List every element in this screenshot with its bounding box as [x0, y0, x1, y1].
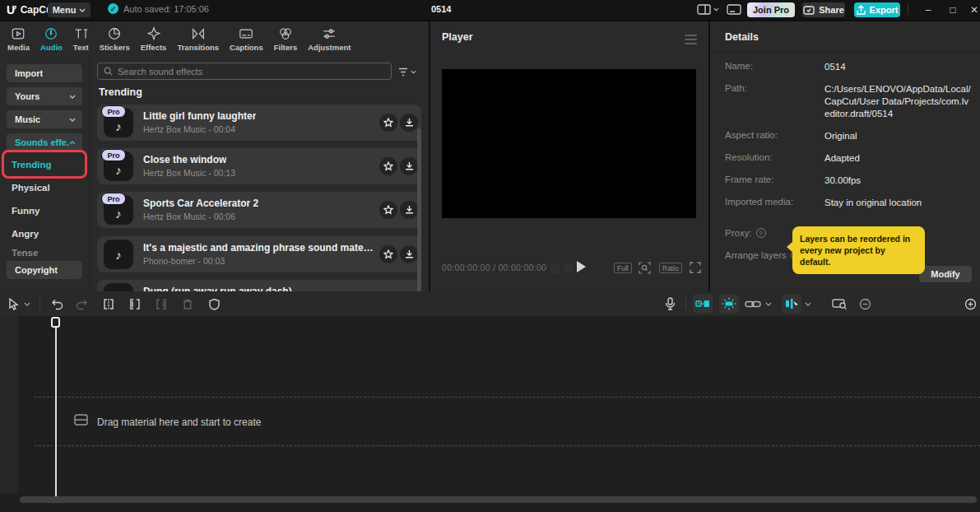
- import-button[interactable]: Import: [7, 64, 82, 82]
- delete-button[interactable]: [179, 291, 197, 316]
- redo-icon: [76, 298, 89, 310]
- maximize-button[interactable]: □: [941, 0, 964, 20]
- zoom-out-button[interactable]: [857, 291, 872, 316]
- select-tool-button[interactable]: [5, 291, 21, 316]
- next-frame-button[interactable]: [564, 263, 574, 273]
- player-menu-icon[interactable]: [685, 35, 697, 47]
- previous-frame-button[interactable]: [550, 263, 560, 273]
- search-input[interactable]: [118, 67, 385, 77]
- effects-icon: [146, 26, 161, 41]
- split-left-icon: [128, 298, 142, 310]
- favorite-button[interactable]: [379, 114, 397, 132]
- sound-thumbnail: ♪ Pro: [104, 195, 133, 225]
- arrange-layers-tooltip: Layers can be reordered in every new pro…: [792, 226, 925, 274]
- filter-button[interactable]: [398, 64, 421, 79]
- tab-stickers[interactable]: Stickers: [97, 26, 132, 52]
- chevron-down-icon: [69, 95, 76, 99]
- tab-effects[interactable]: Effects: [138, 26, 170, 52]
- help-icon[interactable]: ?: [756, 228, 766, 238]
- delete-right-button[interactable]: [152, 291, 170, 316]
- tab-filters[interactable]: Filters: [272, 26, 300, 52]
- yours-dropdown[interactable]: Yours: [7, 87, 82, 105]
- minimize-button[interactable]: –: [917, 0, 940, 20]
- panel-layout-button[interactable]: [727, 4, 741, 15]
- category-trending[interactable]: Trending: [12, 160, 52, 170]
- share-button[interactable]: Share: [802, 2, 845, 17]
- record-voiceover-button[interactable]: [661, 291, 679, 316]
- select-tool-dropdown[interactable]: [22, 291, 32, 316]
- tab-adjustment[interactable]: Adjustment: [305, 26, 353, 52]
- modify-button[interactable]: Modify: [919, 266, 972, 282]
- favorite-button[interactable]: [379, 201, 397, 219]
- text-icon: [73, 26, 88, 41]
- delete-left-button[interactable]: [126, 291, 144, 316]
- playhead-handle[interactable]: [51, 317, 60, 328]
- category-tense[interactable]: Tense: [12, 248, 38, 258]
- link-dropdown[interactable]: [764, 291, 773, 316]
- detail-row-frame-rate: Frame rate: 30.00fps: [725, 175, 972, 187]
- sound-item[interactable]: ♪ Dung (run away run away dash): [97, 280, 421, 291]
- timeline-area[interactable]: Drag material here and start to create: [0, 316, 980, 512]
- zoom-in-button[interactable]: [963, 291, 978, 316]
- sound-item[interactable]: ♪ Pro Sports Car Accelerator 2 Hertz Box…: [97, 192, 421, 228]
- sound-item[interactable]: ♪ Pro Little girl funny laughter Hertz B…: [97, 105, 421, 141]
- main-track-magnet-toggle[interactable]: [693, 294, 713, 314]
- dropzone-border-bottom: [35, 445, 980, 446]
- menu-button[interactable]: Menu: [48, 2, 91, 17]
- category-angry[interactable]: Angry: [12, 229, 39, 239]
- sound-title: Little girl funny laughter: [143, 110, 256, 122]
- download-button[interactable]: [400, 245, 418, 263]
- join-pro-button[interactable]: Join Pro: [747, 2, 795, 17]
- tab-captions[interactable]: Captions: [227, 26, 266, 52]
- undo-button[interactable]: [48, 291, 66, 316]
- vertical-scrollbar[interactable]: [417, 128, 421, 291]
- video-preview[interactable]: [442, 69, 696, 218]
- playhead-line[interactable]: [55, 317, 57, 502]
- filter-icon: [398, 67, 408, 77]
- sound-title: It's a majestic and amazing phrase sound…: [143, 242, 375, 254]
- download-icon: [405, 161, 414, 171]
- split-right-icon: [155, 298, 168, 310]
- tab-text[interactable]: Text: [71, 26, 91, 52]
- horizontal-scrollbar[interactable]: [20, 496, 977, 503]
- zoom-fit-button[interactable]: [639, 262, 651, 274]
- linked-selection-button[interactable]: [743, 291, 763, 316]
- tab-audio[interactable]: Audio: [38, 26, 65, 52]
- category-physical[interactable]: Physical: [12, 183, 50, 193]
- download-icon: [405, 118, 414, 128]
- sound-item[interactable]: ♪ Pro Close the window Hertz Box Music -…: [97, 148, 421, 184]
- snapping-dropdown[interactable]: [803, 291, 813, 316]
- download-button[interactable]: [400, 114, 418, 132]
- fullscreen-button[interactable]: [690, 262, 701, 273]
- play-button[interactable]: [577, 261, 586, 272]
- captions-icon: [239, 26, 253, 41]
- favorite-button[interactable]: [379, 245, 397, 263]
- preview-axis-button[interactable]: [829, 291, 849, 316]
- mute-track-button[interactable]: [205, 291, 223, 316]
- snapping-toggle[interactable]: [782, 294, 801, 314]
- redo-button[interactable]: [73, 291, 91, 316]
- sound-effects-dropdown[interactable]: Sounds effe...: [7, 133, 82, 151]
- download-button[interactable]: [400, 201, 418, 219]
- ratio-button[interactable]: Ratio: [659, 263, 682, 273]
- close-button[interactable]: ✕: [963, 0, 980, 20]
- export-button[interactable]: Export: [854, 2, 900, 17]
- sound-item[interactable]: ♪ It's a majestic and amazing phrase sou…: [97, 236, 421, 272]
- category-funny[interactable]: Funny: [12, 206, 40, 216]
- split-button[interactable]: [100, 291, 118, 316]
- chevron-down-icon: [79, 8, 86, 12]
- copyright-button[interactable]: Copyright: [7, 261, 82, 279]
- music-dropdown[interactable]: Music: [7, 110, 82, 128]
- full-screen-toggle[interactable]: Full: [614, 263, 632, 273]
- favorite-button[interactable]: [379, 157, 397, 175]
- detail-row-resolution: Resolution: Adapted: [725, 152, 972, 165]
- tab-media[interactable]: Media: [5, 26, 32, 52]
- layout-switch-button[interactable]: [697, 4, 719, 15]
- cursor-icon: [8, 298, 19, 310]
- auto-attract-toggle[interactable]: [719, 294, 739, 314]
- details-title: Details: [725, 31, 759, 43]
- capcut-logo-icon: Ư: [7, 3, 16, 16]
- tab-transitions[interactable]: Transitions: [174, 26, 221, 52]
- download-button[interactable]: [400, 157, 418, 175]
- project-title: 0514: [431, 4, 451, 14]
